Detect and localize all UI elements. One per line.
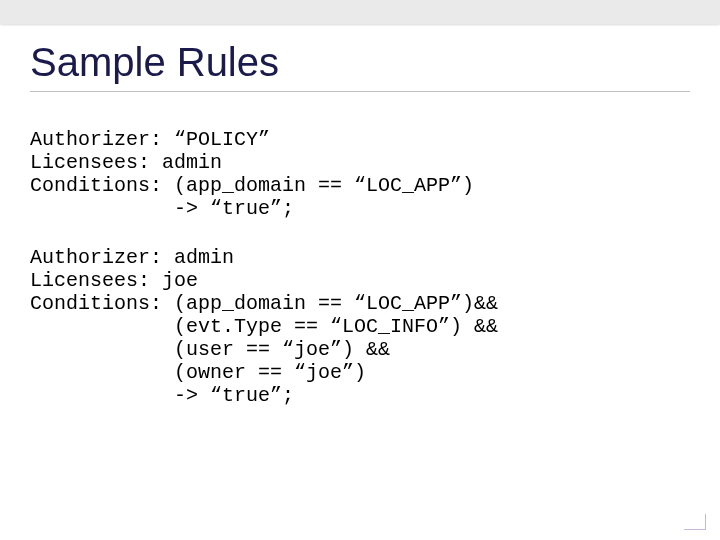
corner-fold-icon: [684, 514, 706, 530]
top-border-band: [0, 0, 720, 24]
page-title: Sample Rules: [30, 40, 690, 92]
slide-content: Sample Rules Authorizer: “POLICY” Licens…: [30, 40, 690, 433]
rule-block-2: Authorizer: admin Licensees: joe Conditi…: [30, 246, 690, 407]
rule-block-1: Authorizer: “POLICY” Licensees: admin Co…: [30, 128, 690, 220]
